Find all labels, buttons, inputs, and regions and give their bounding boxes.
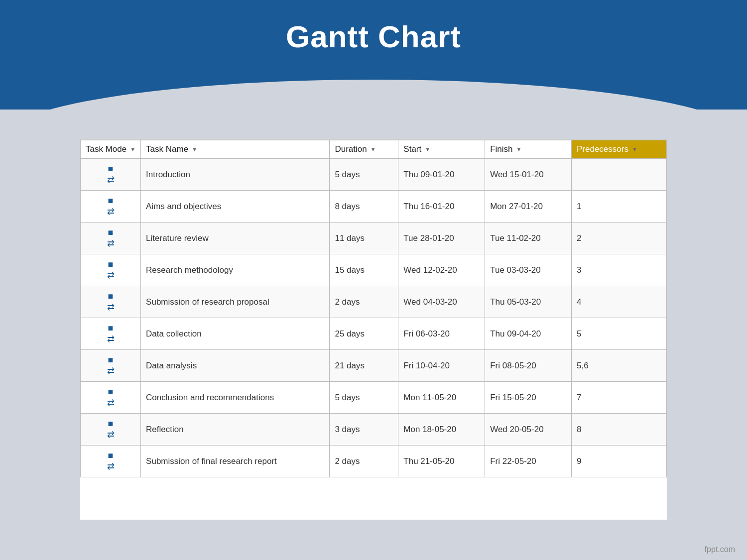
task-mode-icon: ■⇄ <box>107 227 115 249</box>
duration-cell: 8 days <box>330 191 398 223</box>
task-mode-icon: ■⇄ <box>107 355 115 376</box>
start-cell: Thu 21-05-20 <box>398 446 485 477</box>
task-name-cell: Aims and objectives <box>141 191 330 223</box>
finish-cell: Fri 22-05-20 <box>485 446 572 477</box>
duration-cell: 15 days <box>330 254 398 286</box>
predecessors-arrow[interactable]: ▼ <box>632 146 637 152</box>
col-task-mode[interactable]: Task Mode ▼ <box>81 140 141 159</box>
task-mode-icon: ■⇄ <box>107 196 115 217</box>
finish-cell: Tue 03-03-20 <box>485 254 572 286</box>
duration-cell: 3 days <box>330 414 398 446</box>
task-mode-cell: ■⇄ <box>81 286 141 318</box>
task-mode-cell: ■⇄ <box>81 382 141 414</box>
duration-cell: 5 days <box>330 382 398 414</box>
duration-cell: 2 days <box>330 446 398 477</box>
finish-cell: Thu 09-04-20 <box>485 318 572 350</box>
table-row: ■⇄Aims and objectives8 daysThu 16-01-20M… <box>81 191 667 223</box>
start-cell: Mon 11-05-20 <box>398 382 485 414</box>
task-mode-icon: ■⇄ <box>107 323 115 344</box>
predecessors-cell: 3 <box>572 254 667 286</box>
table-row: ■⇄Research methodology15 daysWed 12-02-2… <box>81 254 667 286</box>
predecessors-cell: 2 <box>572 223 667 254</box>
table-row: ■⇄Reflection3 daysMon 18-05-20Wed 20-05-… <box>81 414 667 446</box>
task-mode-icon: ■⇄ <box>107 419 115 440</box>
predecessors-cell: 7 <box>572 382 667 414</box>
page-title: Gantt Chart <box>0 19 747 54</box>
table-row: ■⇄Submission of research proposal2 daysW… <box>81 286 667 318</box>
footer-text: fppt.com <box>705 545 735 554</box>
table-row: ■⇄Conclusion and recommendations5 daysMo… <box>81 382 667 414</box>
table-row: ■⇄Literature review11 daysTue 28-01-20Tu… <box>81 223 667 254</box>
finish-cell: Mon 27-01-20 <box>485 191 572 223</box>
table-row: ■⇄Data analysis21 daysFri 10-04-20Fri 08… <box>81 350 667 382</box>
task-mode-icon: ■⇄ <box>107 450 115 472</box>
col-finish[interactable]: Finish ▼ <box>485 140 572 159</box>
finish-arrow[interactable]: ▼ <box>516 146 522 152</box>
finish-cell: Fri 08-05-20 <box>485 350 572 382</box>
task-name-arrow[interactable]: ▼ <box>192 146 197 152</box>
task-mode-cell: ■⇄ <box>81 254 141 286</box>
task-name-cell: Submission of research proposal <box>141 286 330 318</box>
task-mode-arrow[interactable]: ▼ <box>130 146 135 152</box>
start-cell: Tue 28-01-20 <box>398 223 485 254</box>
task-mode-cell: ■⇄ <box>81 414 141 446</box>
finish-cell: Thu 05-03-20 <box>485 286 572 318</box>
duration-arrow[interactable]: ▼ <box>371 146 376 152</box>
finish-cell: Fri 15-05-20 <box>485 382 572 414</box>
task-mode-cell: ■⇄ <box>81 191 141 223</box>
start-cell: Wed 12-02-20 <box>398 254 485 286</box>
table-header-row: Task Mode ▼ Task Name ▼ Duration ▼ <box>81 140 667 159</box>
predecessors-cell: 8 <box>572 414 667 446</box>
task-mode-icon: ■⇄ <box>107 164 115 185</box>
start-cell: Fri 10-04-20 <box>398 350 485 382</box>
table-row: ■⇄Submission of final research report2 d… <box>81 446 667 477</box>
task-name-cell: Research methodology <box>141 254 330 286</box>
predecessors-cell: 5 <box>572 318 667 350</box>
task-mode-cell: ■⇄ <box>81 318 141 350</box>
gantt-table: Task Mode ▼ Task Name ▼ Duration ▼ <box>80 140 667 477</box>
task-name-cell: Introduction <box>141 159 330 191</box>
task-mode-icon: ■⇄ <box>107 387 115 408</box>
start-cell: Thu 09-01-20 <box>398 159 485 191</box>
content-area: Task Mode ▼ Task Name ▼ Duration ▼ <box>80 139 667 520</box>
predecessors-cell: 4 <box>572 286 667 318</box>
col-predecessors[interactable]: Predecessors ▼ <box>572 140 667 159</box>
task-name-cell: Submission of final research report <box>141 446 330 477</box>
task-name-cell: Conclusion and recommendations <box>141 382 330 414</box>
start-arrow[interactable]: ▼ <box>425 146 430 152</box>
finish-cell: Wed 15-01-20 <box>485 159 572 191</box>
task-name-cell: Data collection <box>141 318 330 350</box>
start-cell: Wed 04-03-20 <box>398 286 485 318</box>
start-cell: Mon 18-05-20 <box>398 414 485 446</box>
col-start[interactable]: Start ▼ <box>398 140 485 159</box>
task-mode-icon: ■⇄ <box>107 259 115 281</box>
task-name-cell: Literature review <box>141 223 330 254</box>
task-name-cell: Data analysis <box>141 350 330 382</box>
task-mode-cell: ■⇄ <box>81 223 141 254</box>
task-mode-icon: ■⇄ <box>107 291 115 313</box>
task-mode-cell: ■⇄ <box>81 159 141 191</box>
table-row: ■⇄Introduction5 daysThu 09-01-20Wed 15-0… <box>81 159 667 191</box>
start-cell: Fri 06-03-20 <box>398 318 485 350</box>
task-mode-cell: ■⇄ <box>81 446 141 477</box>
col-task-name[interactable]: Task Name ▼ <box>141 140 330 159</box>
table-row: ■⇄Data collection25 daysFri 06-03-20Thu … <box>81 318 667 350</box>
predecessors-cell: 5,6 <box>572 350 667 382</box>
finish-cell: Tue 11-02-20 <box>485 223 572 254</box>
predecessors-cell: 9 <box>572 446 667 477</box>
duration-cell: 2 days <box>330 286 398 318</box>
finish-cell: Wed 20-05-20 <box>485 414 572 446</box>
duration-cell: 5 days <box>330 159 398 191</box>
duration-cell: 21 days <box>330 350 398 382</box>
predecessors-cell <box>572 159 667 191</box>
start-cell: Thu 16-01-20 <box>398 191 485 223</box>
task-name-cell: Reflection <box>141 414 330 446</box>
task-mode-cell: ■⇄ <box>81 350 141 382</box>
duration-cell: 11 days <box>330 223 398 254</box>
col-duration[interactable]: Duration ▼ <box>330 140 398 159</box>
predecessors-cell: 1 <box>572 191 667 223</box>
duration-cell: 25 days <box>330 318 398 350</box>
